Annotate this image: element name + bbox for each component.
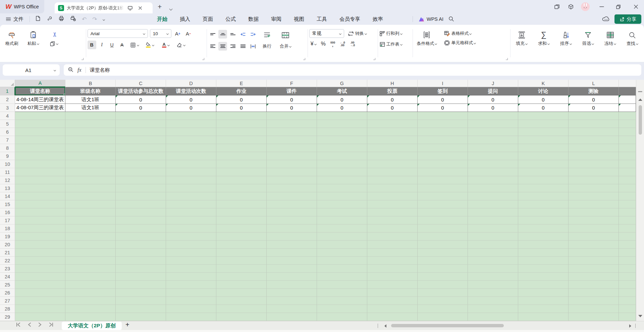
cell-G29[interactable] [317,313,367,321]
cell-F21[interactable] [267,249,317,257]
cell-E16[interactable] [216,208,267,216]
cell-H14[interactable] [367,192,418,200]
scroll-up-icon[interactable] [638,98,642,101]
row-header-23[interactable]: 23 [0,265,15,273]
cell-A27[interactable] [15,297,65,305]
number-format-select[interactable]: 常规 [309,29,344,38]
align-middle-button[interactable] [218,30,227,39]
cell-B11[interactable] [65,168,116,176]
cell-partial[interactable] [619,208,636,216]
cell-K2[interactable]: 0 [518,95,569,104]
cell-D23[interactable] [166,265,216,273]
cell-B6[interactable] [65,128,116,136]
cell-F26[interactable] [267,289,317,297]
cell-D5[interactable] [166,120,216,128]
cell-partial[interactable] [619,192,636,200]
cell-C21[interactable] [116,249,166,257]
cell-A14[interactable] [15,192,65,200]
cell-J7[interactable] [468,136,518,144]
font-name-select[interactable]: Arial [88,29,148,38]
cell-F25[interactable] [267,281,317,289]
cell-partial[interactable] [619,176,636,184]
tab-member[interactable]: 会员专享 [339,16,360,23]
export-icon[interactable] [47,15,53,23]
cell-J1[interactable]: 提问 [468,87,518,95]
cell-partial[interactable] [619,313,636,321]
cell-I23[interactable] [418,265,468,273]
cell-L19[interactable] [569,233,619,241]
row-header-1[interactable]: 1 [0,87,15,95]
cell-L7[interactable] [569,136,619,144]
name-box[interactable]: A1 [3,64,60,76]
cell-G5[interactable] [317,120,367,128]
row-header-8[interactable]: 8 [0,144,15,152]
cell-J29[interactable] [468,313,518,321]
column-header-H[interactable]: H [367,80,418,87]
cell-B20[interactable] [65,241,116,249]
select-all-corner[interactable] [0,80,15,87]
cell-F8[interactable] [267,144,317,152]
cell-I21[interactable] [418,249,468,257]
redo-icon[interactable]: ↷ [92,16,97,23]
cell-B24[interactable] [65,273,116,281]
split-handle[interactable] [638,91,642,92]
cell-A2[interactable]: 4-08-14周三的课堂表 [15,95,65,104]
cell-I17[interactable] [418,216,468,224]
cell-A17[interactable] [15,216,65,224]
row-header-24[interactable]: 24 [0,273,15,281]
text-orientation-button[interactable] [249,42,257,51]
cell-G22[interactable] [317,257,367,265]
underline-button[interactable]: U [108,41,116,49]
cell-K14[interactable] [518,192,569,200]
vertical-scroll-thumb[interactable] [639,105,642,135]
cell-H18[interactable] [367,224,418,233]
cell-C19[interactable] [116,233,166,241]
cell-H28[interactable] [367,305,418,313]
column-header-partial[interactable] [619,80,636,87]
cell-A15[interactable] [15,200,65,208]
add-sheet-button[interactable]: + [125,321,129,329]
print-preview-icon[interactable] [70,15,76,23]
cell-H27[interactable] [367,297,418,305]
fx-icon[interactable]: fx [77,67,82,73]
cell-F24[interactable] [267,273,317,281]
fill-button[interactable]: 填充 [512,29,531,47]
cell-B2[interactable]: 语文1班 [65,95,116,104]
cell-C18[interactable] [116,224,166,233]
cell-J19[interactable] [468,233,518,241]
copy-button[interactable] [50,41,58,47]
cell-F19[interactable] [267,233,317,241]
row-header-27[interactable]: 27 [0,297,15,305]
cell-C5[interactable] [116,120,166,128]
cell-I25[interactable] [418,281,468,289]
cell-B8[interactable] [65,144,116,152]
cell-C2[interactable]: 0 [116,95,166,104]
convert-button[interactable]: 转换 [347,30,367,37]
last-sheet-icon[interactable] [49,323,53,327]
cell-E25[interactable] [216,281,267,289]
cell-K8[interactable] [518,144,569,152]
cell-L5[interactable] [569,120,619,128]
cell-G7[interactable] [317,136,367,144]
justify-button[interactable] [238,42,247,51]
row-header-3[interactable]: 3 [0,104,15,112]
cell-L4[interactable] [569,112,619,120]
borders-button[interactable] [128,41,141,49]
cell-F28[interactable] [267,305,317,313]
row-header-29[interactable]: 29 [0,313,15,321]
cell-C26[interactable] [116,289,166,297]
cell-H1[interactable]: 投票 [367,87,418,95]
expand-dialog-icon[interactable] [373,58,375,60]
cell-partial[interactable] [619,289,636,297]
expand-dialog-icon[interactable] [202,58,204,60]
cell-B29[interactable] [65,313,116,321]
cell-A23[interactable] [15,265,65,273]
cell-I24[interactable] [418,273,468,281]
align-right-button[interactable] [228,42,237,51]
worksheet-button[interactable]: 工作表 [379,41,412,47]
percent-button[interactable]: % [321,41,326,47]
cell-D6[interactable] [166,128,216,136]
cell-F16[interactable] [267,208,317,216]
column-header-B[interactable]: B [65,80,116,87]
cell-K28[interactable] [518,305,569,313]
